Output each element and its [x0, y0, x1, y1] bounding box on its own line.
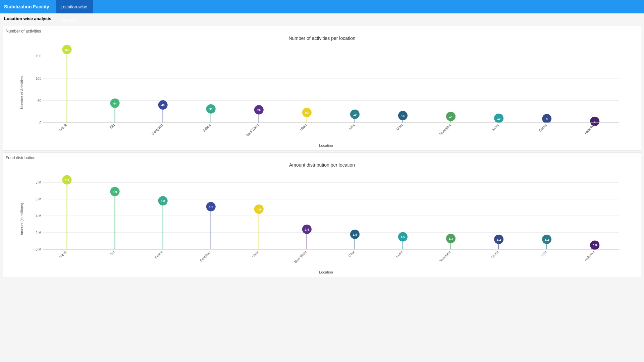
fund-section-label: Fund distribution [6, 156, 638, 160]
svg-text:40: 40 [161, 104, 165, 107]
nav-menu: Overall_statusSector_wiseLocation-wiseTi… [56, 0, 93, 40]
svg-text:Kufra: Kufra [395, 250, 404, 258]
svg-text:2 M: 2 M [36, 231, 42, 235]
svg-text:50: 50 [38, 99, 42, 103]
svg-text:16: 16 [401, 114, 405, 118]
svg-text:Tripoli: Tripoli [59, 250, 68, 259]
svg-text:4.8: 4.8 [257, 208, 261, 211]
svg-text:5.8: 5.8 [161, 199, 165, 203]
activities-chart: 050100150165Tripoli44Sirt40Benghazi31Sab… [26, 42, 626, 143]
activities-chart-title: Number of activities per location [6, 36, 638, 41]
svg-text:44: 44 [113, 102, 117, 105]
svg-text:Sabha: Sabha [202, 123, 212, 133]
svg-text:1.5: 1.5 [401, 235, 405, 239]
svg-text:1.2: 1.2 [497, 238, 501, 241]
navbar: Stabilization Facility Overall_statusSec… [0, 0, 644, 13]
svg-text:0 M: 0 M [36, 248, 42, 251]
nav-item-duration[interactable]: Duration [56, 27, 93, 40]
activities-section-label: Number of activities [6, 29, 638, 34]
svg-text:Benghazi: Benghazi [199, 250, 211, 262]
svg-text:Tawergha: Tawergha [439, 123, 452, 136]
svg-text:3: 3 [594, 120, 596, 123]
svg-text:Sirt: Sirt [109, 123, 116, 129]
fund-y-label: Amount (in millions) [18, 169, 25, 269]
svg-text:9: 9 [546, 117, 548, 121]
svg-text:Ghat: Ghat [396, 123, 404, 131]
svg-text:Bani Walid: Bani Walid [246, 123, 259, 137]
fund-x-label: Location [22, 270, 630, 274]
svg-text:6 M: 6 M [36, 197, 42, 201]
svg-text:165: 165 [64, 48, 69, 52]
nav-item-location_wise[interactable]: Location-wise [56, 0, 93, 13]
svg-text:Ubari: Ubari [251, 250, 260, 258]
svg-text:5.1: 5.1 [209, 205, 213, 209]
fund-chart-title: Amount distribution per location [6, 162, 638, 168]
svg-text:8.3: 8.3 [65, 179, 69, 182]
svg-text:6.9: 6.9 [113, 190, 117, 194]
svg-text:Ghat: Ghat [348, 250, 356, 257]
svg-text:Tripoli: Tripoli [59, 123, 68, 132]
svg-text:23: 23 [305, 111, 309, 115]
svg-text:Benghazi: Benghazi [151, 123, 163, 136]
svg-text:100: 100 [36, 77, 42, 80]
svg-text:2.4: 2.4 [305, 228, 309, 231]
svg-text:Derna: Derna [490, 250, 499, 259]
svg-text:Ajdabiya: Ajdabiya [584, 123, 595, 135]
svg-text:4 M: 4 M [36, 214, 42, 218]
svg-text:Kufra: Kufra [491, 123, 499, 131]
svg-text:31: 31 [209, 108, 213, 111]
activities-x-label: Location [22, 143, 630, 147]
svg-text:0.5: 0.5 [593, 244, 597, 247]
svg-text:14: 14 [449, 115, 453, 118]
activities-y-label: Number of Activities [18, 42, 25, 143]
svg-text:0: 0 [40, 121, 42, 125]
svg-text:Ubari: Ubari [299, 123, 308, 132]
svg-text:Tawergha: Tawergha [439, 250, 452, 263]
svg-text:1.3: 1.3 [449, 237, 453, 240]
svg-text:8 M: 8 M [36, 181, 42, 184]
svg-text:Kilia: Kilia [540, 250, 547, 257]
svg-text:19: 19 [353, 113, 357, 116]
page-title: Location wise analysis [0, 13, 644, 24]
svg-text:150: 150 [36, 54, 42, 58]
svg-text:Sirt: Sirt [109, 250, 116, 256]
svg-text:Ajdabiya: Ajdabiya [584, 250, 595, 261]
svg-text:Derna: Derna [538, 123, 547, 132]
fund-card: Fund distribution Amount distribution pe… [3, 153, 641, 277]
activities-card: Number of activities Number of activitie… [3, 26, 641, 150]
svg-text:1.8: 1.8 [353, 233, 357, 236]
svg-text:Sabha: Sabha [154, 250, 164, 259]
svg-text:10: 10 [497, 117, 501, 120]
svg-text:29: 29 [257, 109, 261, 112]
svg-text:Kilia: Kilia [348, 123, 356, 130]
brand: Stabilization Facility [4, 4, 49, 9]
nav-item-timeline[interactable]: Timeline [56, 13, 93, 27]
svg-text:Bani Walid: Bani Walid [293, 250, 307, 264]
fund-chart: 0 M2 M4 M6 M8 M8.3Tripoli6.9Sirt5.8Sabha… [26, 169, 626, 269]
svg-text:1.2: 1.2 [545, 238, 549, 241]
